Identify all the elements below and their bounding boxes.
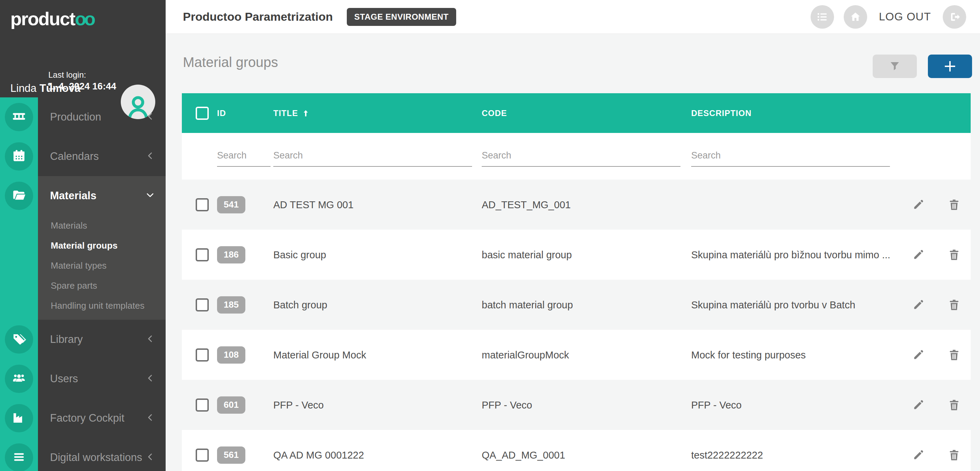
row-checkbox[interactable]: [196, 248, 209, 262]
row-id-badge: 601: [217, 396, 245, 414]
row-checkbox[interactable]: [196, 449, 209, 462]
sidebar-nav: Production Calendars Materials Materials…: [0, 97, 165, 471]
sidebar-item-label: Factory Cockpit: [50, 412, 124, 425]
search-input-title[interactable]: [273, 145, 472, 167]
row-title: AD TEST MG 001: [273, 199, 473, 210]
search-input-description[interactable]: [691, 145, 890, 167]
sidebar-item-label: Library: [50, 333, 83, 346]
row-code: AD_TEST_MG_001: [482, 199, 682, 210]
sidebar-rail-button-digital-workstations[interactable]: [5, 443, 33, 471]
sidebar-subitem-handling-unit-templates[interactable]: Handling unit templates: [0, 295, 165, 316]
chevron-left-icon: [146, 151, 154, 161]
select-all-checkbox[interactable]: [196, 107, 209, 120]
sidebar-rail-button-materials[interactable]: [5, 182, 33, 210]
sidebar-subitem-material-types[interactable]: Material types: [0, 255, 165, 276]
logout-button[interactable]: [943, 5, 966, 29]
table-row: 186 Basic group basic material group Sku…: [182, 230, 971, 280]
row-title: QA AD MG 0001222: [273, 449, 473, 461]
column-header-title[interactable]: TITLE: [273, 109, 310, 118]
add-button[interactable]: [928, 54, 972, 78]
sidebar-item-digital-workstations[interactable]: Digital workstations: [0, 438, 165, 471]
sidebar-item-users[interactable]: Users: [0, 359, 165, 399]
row-checkbox[interactable]: [196, 348, 209, 362]
sidebar-subitem-material-groups[interactable]: Material groups: [0, 235, 165, 255]
row-title: Basic group: [273, 249, 473, 260]
row-description: PFP - Veco: [691, 399, 898, 410]
sidebar-item-label: Digital workstations: [50, 451, 142, 464]
home-icon: [850, 11, 861, 23]
last-login-value: 1. 4. 2024 16:44: [48, 81, 116, 92]
chevron-left-icon: [146, 112, 154, 122]
row-description: Skupina materiálù pro tvorbu v Batch: [691, 299, 898, 310]
table-row: 108 Material Group Mock materialGroupMoc…: [182, 330, 971, 380]
tag-icon: [12, 332, 26, 347]
search-input-code[interactable]: [482, 145, 681, 167]
logout-label[interactable]: LOG OUT: [879, 10, 931, 23]
column-header-code[interactable]: CODE: [482, 109, 507, 118]
edit-button[interactable]: [908, 445, 928, 465]
sidebar-subitem-materials[interactable]: Materials: [0, 216, 165, 235]
home-button[interactable]: [844, 5, 867, 29]
sidebar-item-production[interactable]: Production: [0, 97, 165, 137]
sidebar-item-factory-cockpit[interactable]: Factory Cockpit: [0, 399, 165, 438]
edit-button[interactable]: [908, 395, 928, 415]
workstations-icon: [12, 450, 26, 465]
app-title: Productoo Parametrization: [183, 10, 333, 24]
sidebar-item-label: Materials: [50, 190, 96, 202]
search-input-id[interactable]: [217, 145, 270, 167]
row-id-badge: 108: [217, 346, 245, 364]
trash-icon: [947, 448, 961, 462]
edit-button[interactable]: [908, 245, 928, 265]
delete-button[interactable]: [945, 295, 964, 315]
table-row: 561 QA AD MG 0001222 QA_AD_MG_0001 test2…: [182, 430, 971, 471]
sidebar-rail-button-library[interactable]: [5, 325, 33, 354]
delete-button[interactable]: [945, 345, 964, 365]
table-row: 541 AD TEST MG 001 AD_TEST_MG_001: [182, 180, 971, 230]
chevron-left-icon: [146, 452, 154, 463]
logo-oo: oo: [75, 8, 94, 29]
row-code: PFP - Veco: [482, 399, 682, 410]
last-login-label: Last login:: [48, 70, 86, 80]
row-id-badge: 185: [217, 296, 245, 313]
row-checkbox[interactable]: [196, 399, 209, 412]
logo-text: product: [10, 8, 75, 29]
sidebar-rail-button-calendars[interactable]: [5, 142, 33, 171]
edit-button[interactable]: [908, 295, 928, 315]
chevron-left-icon: [146, 334, 154, 345]
table-search-row: [182, 133, 971, 180]
table-header: ID TITLE CODE DESCRIPTION: [182, 93, 971, 133]
page-title: Material groups: [183, 54, 278, 70]
delete-button[interactable]: [945, 445, 964, 465]
plus-icon: [943, 59, 957, 73]
sidebar-rail-button-factory-cockpit[interactable]: [5, 404, 33, 432]
main-content: Material groups ID TITLE CODE DESCRIPTIO…: [165, 34, 980, 471]
topbar-actions: LOG OUT: [811, 5, 980, 29]
trash-icon: [947, 398, 961, 412]
row-code: materialGroupMock: [482, 349, 682, 361]
filter-button[interactable]: [873, 54, 917, 78]
edit-button[interactable]: [908, 195, 928, 214]
sidebar-rail-button-production[interactable]: [5, 103, 33, 131]
sidebar-item-calendars[interactable]: Calendars: [0, 137, 165, 176]
sidebar-item-label: Production: [50, 111, 101, 123]
row-checkbox[interactable]: [196, 299, 209, 311]
table-body: 541 AD TEST MG 001 AD_TEST_MG_001 186 Ba…: [182, 180, 971, 471]
filter-icon: [889, 60, 901, 72]
row-id-badge: 561: [217, 447, 245, 464]
sidebar-rail-button-users[interactable]: [5, 365, 33, 393]
trash-icon: [947, 298, 961, 312]
delete-button[interactable]: [945, 195, 964, 214]
sidebar: productoo Linda Tůmová Last login: 1. 4.…: [0, 0, 165, 471]
sidebar-subitem-spare-parts[interactable]: Spare parts: [0, 276, 165, 295]
users-icon: [12, 371, 26, 387]
menu-list-button[interactable]: [811, 5, 834, 29]
row-checkbox[interactable]: [196, 198, 209, 211]
logout-icon: [948, 11, 960, 23]
column-header-id[interactable]: ID: [217, 109, 226, 118]
delete-button[interactable]: [945, 245, 964, 265]
column-header-description[interactable]: DESCRIPTION: [691, 109, 752, 118]
sidebar-item-library[interactable]: Library: [0, 320, 165, 359]
sidebar-item-materials[interactable]: Materials: [0, 176, 165, 216]
edit-button[interactable]: [908, 345, 928, 365]
delete-button[interactable]: [945, 395, 964, 415]
